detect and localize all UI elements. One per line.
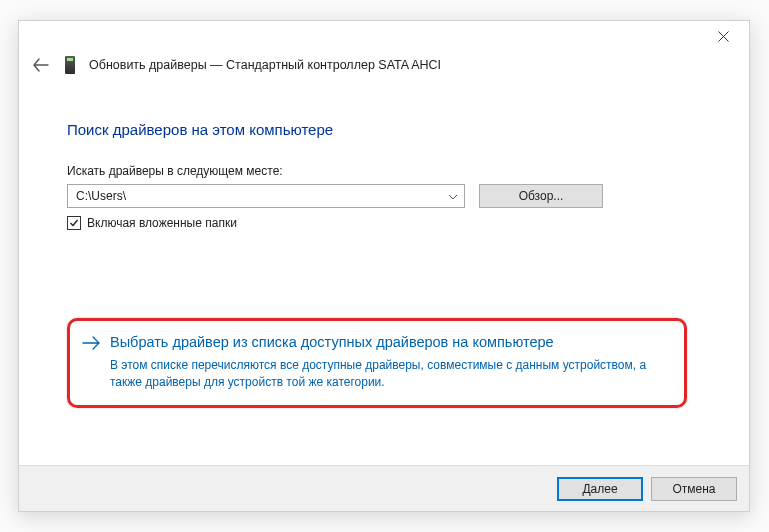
header: Обновить драйверы — Стандартный контролл… xyxy=(19,51,749,85)
next-button[interactable]: Далее xyxy=(557,477,643,501)
page-heading: Поиск драйверов на этом компьютере xyxy=(67,121,701,138)
path-row: C:\Users\ Обзор... xyxy=(67,184,701,208)
dialog-footer: Далее Отмена xyxy=(19,465,749,511)
pick-from-list-option[interactable]: Выбрать драйвер из списка доступных драй… xyxy=(67,318,687,408)
close-button[interactable] xyxy=(703,23,743,49)
path-value: C:\Users\ xyxy=(76,189,126,203)
option-title: Выбрать драйвер из списка доступных драй… xyxy=(110,333,662,353)
titlebar xyxy=(19,21,749,51)
back-arrow-icon xyxy=(33,58,49,72)
arrow-right-icon xyxy=(82,335,100,354)
back-button[interactable] xyxy=(31,55,51,75)
content-area: Поиск драйверов на этом компьютере Искат… xyxy=(19,85,749,408)
include-subfolders-label: Включая вложенные папки xyxy=(87,216,237,230)
next-label: Далее xyxy=(582,482,617,496)
include-subfolders-checkbox[interactable] xyxy=(67,216,81,230)
search-location-label: Искать драйверы в следующем месте: xyxy=(67,164,701,178)
include-subfolders-row[interactable]: Включая вложенные папки xyxy=(67,216,701,230)
checkmark-icon xyxy=(69,218,79,228)
device-icon xyxy=(65,56,75,74)
chevron-down-icon xyxy=(448,189,458,203)
cancel-label: Отмена xyxy=(672,482,715,496)
path-combobox[interactable]: C:\Users\ xyxy=(67,184,465,208)
browse-label: Обзор... xyxy=(519,189,564,203)
driver-update-dialog: Обновить драйверы — Стандартный контролл… xyxy=(18,20,750,512)
dialog-title: Обновить драйверы — Стандартный контролл… xyxy=(89,58,441,72)
cancel-button[interactable]: Отмена xyxy=(651,477,737,501)
option-description: В этом списке перечисляются все доступны… xyxy=(110,357,662,392)
browse-button[interactable]: Обзор... xyxy=(479,184,603,208)
close-icon xyxy=(718,31,729,42)
